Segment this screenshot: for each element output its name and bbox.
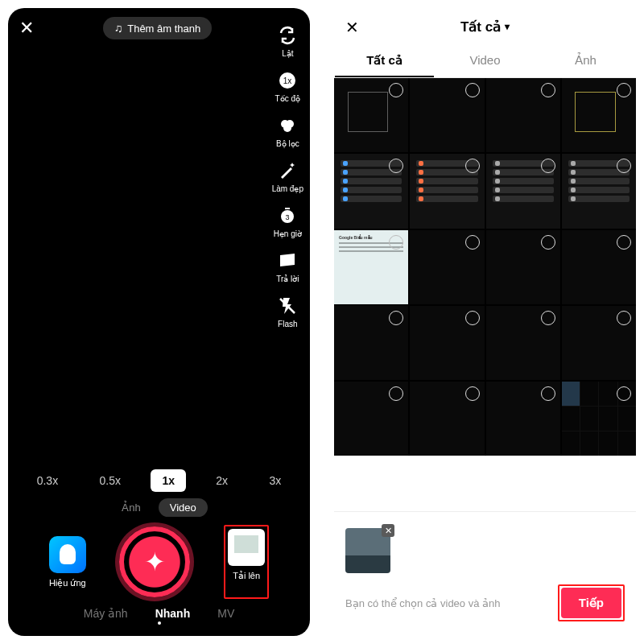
media-cell[interactable] [562, 306, 636, 380]
svg-rect-7 [285, 208, 290, 209]
select-ring-icon [617, 83, 631, 97]
select-ring-icon [541, 159, 555, 173]
media-cell[interactable] [334, 306, 408, 380]
speed-2x[interactable]: 2x [204, 469, 239, 492]
media-cell[interactable] [562, 230, 636, 304]
select-ring-icon [541, 235, 555, 250]
select-ring-icon [541, 311, 555, 325]
media-cell[interactable] [410, 154, 484, 228]
select-ring-icon [465, 159, 480, 173]
speed-3x[interactable]: 3x [258, 469, 293, 492]
tool-beauty[interactable]: Làm đẹp [272, 159, 303, 193]
select-ring-icon [541, 83, 555, 97]
mode-camera[interactable]: Máy ảnh [84, 607, 128, 620]
beauty-wand-icon [276, 159, 299, 182]
reply-icon [276, 250, 299, 272]
tool-reply[interactable]: Trả lời [272, 250, 303, 283]
media-grid: Google Biểu mẫu [334, 78, 636, 456]
remove-thumb-icon[interactable]: ✕ [382, 524, 394, 537]
select-ring-icon [389, 386, 403, 401]
bottom-actions: Hiệu ứng ✦ Tải lên [8, 517, 310, 604]
effects-icon [49, 536, 86, 573]
media-type-toggle: Ảnh Video [8, 498, 310, 517]
mode-mv[interactable]: MV [217, 607, 234, 620]
media-cell[interactable] [562, 154, 636, 228]
upload-button[interactable]: Tải lên [228, 529, 265, 581]
media-cell[interactable] [334, 382, 408, 456]
media-video[interactable]: Video [159, 498, 208, 517]
media-cell[interactable] [486, 382, 560, 456]
sparkle-icon: ✦ [144, 547, 166, 577]
timer-icon: 3 [276, 204, 299, 227]
tool-speed[interactable]: 1x Tốc độ [272, 69, 303, 103]
music-note-icon: ♫ [114, 22, 123, 35]
select-ring-icon [389, 311, 403, 325]
media-cell[interactable] [486, 78, 560, 152]
tool-flip[interactable]: Lật [272, 24, 303, 58]
filter-icon [276, 114, 299, 137]
select-ring-icon [389, 83, 403, 97]
picker-hint: Bạn có thể chọn cả video và ảnh [345, 597, 500, 609]
chevron-down-icon: ▾ [505, 21, 510, 32]
tool-timer[interactable]: 3 Hẹn giờ [272, 204, 303, 238]
album-dropdown[interactable]: Tất cả ▾ [460, 19, 510, 35]
selected-thumbnail[interactable]: ✕ [345, 528, 390, 573]
tab-all[interactable]: Tất cả [335, 45, 435, 77]
select-ring-icon [465, 386, 480, 401]
speed-0-3x[interactable]: 0.3x [26, 469, 69, 492]
tool-flash[interactable]: Flash [272, 295, 303, 328]
add-sound-label: Thêm âm thanh [127, 23, 200, 35]
media-cell[interactable] [562, 78, 636, 152]
next-highlight: Tiếp [558, 584, 625, 621]
tab-video[interactable]: Video [436, 45, 535, 77]
select-ring-icon [465, 311, 480, 325]
select-ring-icon [389, 235, 403, 250]
speed-selector: 0.3x 0.5x 1x 2x 3x [8, 466, 310, 495]
close-icon[interactable]: ✕ [345, 18, 359, 37]
svg-point-4 [283, 124, 291, 132]
tab-photo[interactable]: Ảnh [536, 45, 636, 77]
upload-highlight: Tải lên [224, 525, 269, 599]
svg-text:1x: 1x [283, 76, 292, 85]
select-ring-icon [617, 311, 631, 325]
media-cell[interactable] [410, 230, 484, 304]
tool-filter[interactable]: Bộ lọc [272, 114, 303, 148]
media-cell[interactable]: Google Biểu mẫu [334, 230, 408, 304]
picker-tabs: Tất cả Video Ảnh [334, 45, 636, 78]
svg-text:3: 3 [286, 213, 290, 221]
picker-bottom-bar: ✕ Bạn có thể chọn cả video và ảnh Tiếp [334, 511, 636, 636]
effects-button[interactable]: Hiệu ứng [49, 536, 86, 588]
record-button[interactable]: ✦ [119, 526, 190, 597]
speed-1x[interactable]: 1x [151, 469, 186, 492]
recorder-topbar: ✕ ♫ Thêm âm thanh [8, 8, 310, 48]
mode-indicator [8, 621, 310, 636]
select-ring-icon [541, 386, 555, 401]
media-cell[interactable] [562, 382, 636, 456]
media-cell[interactable] [486, 230, 560, 304]
media-cell[interactable] [486, 154, 560, 228]
side-toolbar: Lật 1x Tốc độ Bộ lọc Làm đẹp 3 Hẹn giờ T… [272, 24, 303, 328]
flash-off-icon [276, 295, 299, 317]
close-icon[interactable]: ✕ [19, 18, 34, 39]
add-sound-button[interactable]: ♫ Thêm âm thanh [103, 17, 213, 39]
picker-screen: ✕ Tất cả ▾ Tất cả Video Ảnh Google Biểu … [334, 8, 636, 636]
media-cell[interactable] [334, 78, 408, 152]
mode-quick[interactable]: Nhanh [155, 607, 191, 620]
speed-icon: 1x [276, 69, 299, 92]
media-cell[interactable] [486, 306, 560, 380]
select-ring-icon [617, 235, 631, 250]
speed-0-5x[interactable]: 0.5x [89, 469, 132, 492]
upload-thumbnail-icon [228, 529, 265, 566]
media-cell[interactable] [410, 78, 484, 152]
capture-modes: Máy ảnh Nhanh MV [8, 604, 310, 621]
recorder-screen: ✕ ♫ Thêm âm thanh Lật 1x Tốc độ Bộ lọc L… [8, 8, 310, 636]
next-button[interactable]: Tiếp [561, 588, 621, 618]
select-ring-icon [465, 83, 480, 97]
media-cell[interactable] [410, 382, 484, 456]
media-cell[interactable] [334, 154, 408, 228]
select-ring-icon [465, 235, 480, 250]
media-cell[interactable] [410, 306, 484, 380]
select-ring-icon [617, 386, 631, 401]
picker-topbar: ✕ Tất cả ▾ [334, 8, 636, 45]
media-photo[interactable]: Ảnh [110, 498, 151, 517]
